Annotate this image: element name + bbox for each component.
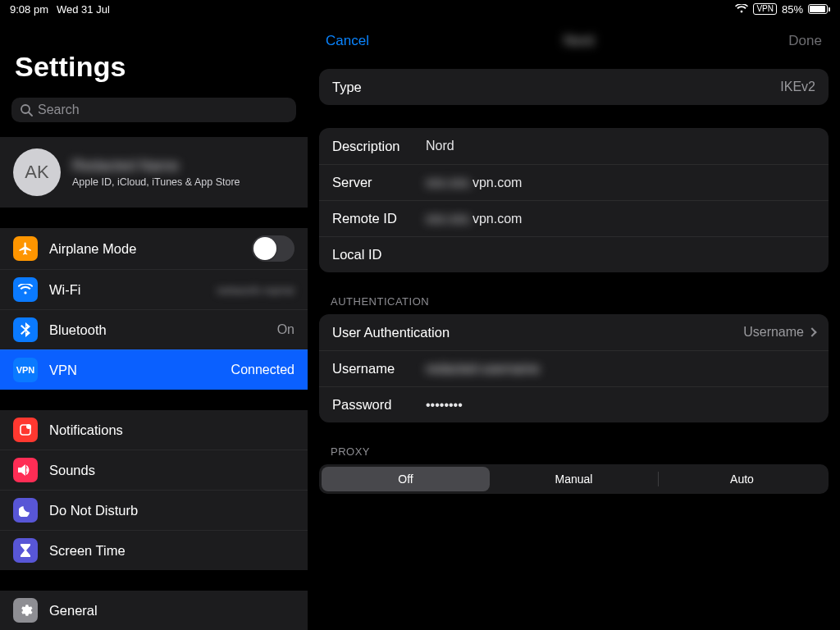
description-value: Nord (426, 139, 815, 153)
sidebar-item-label: Do Not Disturb (49, 503, 294, 518)
chevron-right-icon (807, 327, 816, 336)
username-label: Username (332, 361, 413, 377)
airplane-toggle[interactable] (252, 235, 294, 262)
settings-sidebar: Settings AK Redacted Name Apple ID, iClo… (0, 18, 308, 630)
vpn-config-pane: Cancel Nord Done Type IKEv2 Description … (308, 18, 840, 630)
remote-id-row[interactable]: Remote ID xxx.xxx.vpn.com (319, 200, 829, 236)
username-value-redacted: redacted-username (426, 362, 815, 377)
status-bar: 9:08 pm Wed 31 Jul VPN 85% (0, 0, 840, 18)
vpn-icon: VPN (13, 358, 38, 382)
status-time: 9:08 pm (10, 3, 48, 16)
account-subtitle: Apple ID, iCloud, iTunes & App Store (72, 176, 240, 188)
wifi-network-redacted: network-name (217, 283, 294, 297)
cancel-button[interactable]: Cancel (326, 33, 369, 49)
local-id-row[interactable]: Local ID (319, 236, 829, 272)
search-field[interactable] (11, 98, 296, 122)
sidebar-item-label: Notifications (49, 422, 294, 438)
sidebar-item-label: Airplane Mode (49, 241, 240, 257)
search-input[interactable] (38, 103, 288, 117)
avatar: AK (13, 148, 61, 196)
sidebar-item-wifi[interactable]: Wi-Fi network-name (0, 269, 308, 309)
server-value: xxx.xxx.vpn.com (426, 176, 815, 190)
gear-icon (13, 598, 38, 623)
password-label: Password (332, 397, 413, 413)
vpn-status-badge: VPN (753, 3, 777, 15)
sidebar-item-airplane[interactable]: Airplane Mode (0, 228, 308, 269)
svg-line-1 (29, 112, 32, 116)
status-date: Wed 31 Jul (57, 3, 110, 16)
server-label: Server (332, 175, 413, 190)
authentication-section-label: AUTHENTICATION (331, 295, 817, 308)
sidebar-item-label: VPN (49, 363, 220, 378)
remote-id-value: xxx.xxx.vpn.com (426, 212, 815, 226)
sidebar-item-label: Screen Time (49, 543, 294, 559)
sidebar-item-sounds[interactable]: Sounds (0, 450, 308, 490)
sounds-icon (13, 458, 38, 482)
notifications-icon (13, 418, 38, 442)
bluetooth-status: On (277, 322, 294, 337)
sidebar-item-label: General (49, 603, 294, 619)
svg-point-3 (26, 424, 31, 429)
local-id-label: Local ID (332, 247, 413, 262)
wifi-status-icon (735, 4, 748, 14)
sidebar-item-label: Sounds (49, 463, 294, 478)
sidebar-item-label: Bluetooth (49, 322, 266, 338)
proxy-auto-segment[interactable]: Auto (658, 467, 826, 491)
user-authentication-label: User Authentication (332, 325, 450, 340)
apple-id-row[interactable]: AK Redacted Name Apple ID, iCloud, iTune… (0, 137, 308, 208)
hourglass-icon (13, 538, 38, 563)
user-authentication-value: Username (743, 325, 815, 340)
server-row[interactable]: Server xxx.xxx.vpn.com (319, 164, 829, 200)
proxy-segmented-control[interactable]: Off Manual Auto (319, 464, 829, 494)
vpn-status: Connected (231, 363, 294, 377)
account-name-redacted: Redacted Name (72, 158, 240, 175)
type-label: Type (332, 80, 413, 95)
description-row[interactable]: Description Nord (319, 128, 829, 164)
battery-icon (808, 4, 830, 14)
sidebar-item-vpn[interactable]: VPN VPN Connected (0, 349, 308, 390)
bluetooth-icon (13, 317, 38, 342)
wifi-icon (13, 277, 38, 302)
proxy-manual-segment[interactable]: Manual (490, 467, 658, 491)
done-button[interactable]: Done (788, 33, 822, 49)
airplane-icon (13, 236, 38, 261)
type-row[interactable]: Type IKEv2 (319, 69, 829, 105)
user-authentication-row[interactable]: User Authentication Username (319, 314, 829, 350)
detail-title-redacted: Nord (564, 33, 594, 49)
password-mask: •••••••• (426, 398, 815, 413)
sidebar-item-bluetooth[interactable]: Bluetooth On (0, 309, 308, 349)
sidebar-item-label: Wi-Fi (49, 282, 205, 298)
password-row[interactable]: Password •••••••• (319, 386, 829, 422)
sidebar-item-dnd[interactable]: Do Not Disturb (0, 490, 308, 530)
page-title: Settings (15, 51, 293, 83)
remote-id-label: Remote ID (332, 211, 413, 226)
type-value: IKEv2 (780, 80, 815, 94)
sidebar-item-general[interactable]: General (0, 591, 308, 630)
battery-percentage: 85% (782, 3, 803, 16)
proxy-section-label: PROXY (331, 445, 817, 458)
proxy-off-segment[interactable]: Off (322, 467, 490, 491)
sidebar-item-notifications[interactable]: Notifications (0, 410, 308, 450)
username-row[interactable]: Username redacted-username (319, 350, 829, 386)
moon-icon (13, 498, 38, 523)
sidebar-item-screentime[interactable]: Screen Time (0, 530, 308, 570)
search-icon (20, 103, 33, 116)
description-label: Description (332, 139, 413, 154)
